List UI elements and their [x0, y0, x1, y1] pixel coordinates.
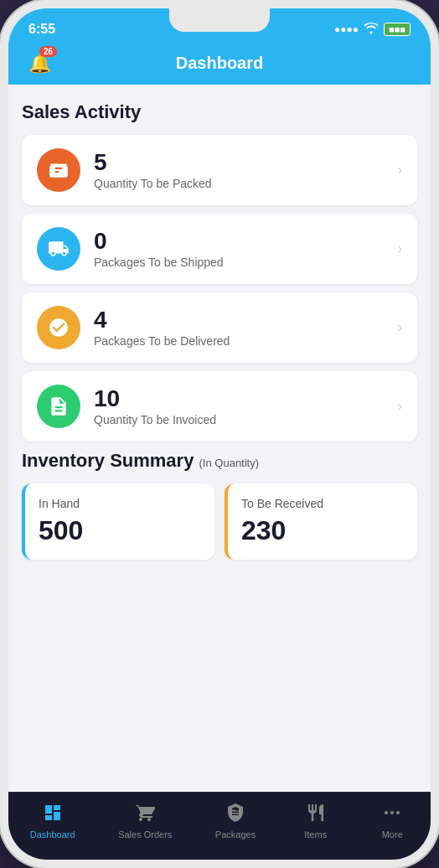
- notification-icon-container: 🔔 26: [25, 49, 54, 78]
- packed-chevron-icon: ›: [398, 163, 402, 178]
- nav-packages-label: Packages: [215, 829, 256, 840]
- status-time: 6:55: [28, 22, 55, 37]
- sales-activity-title: Sales Activity: [22, 101, 417, 123]
- shipped-number: 0: [94, 229, 398, 255]
- nav-items-label: Items: [304, 829, 327, 840]
- notification-button[interactable]: 🔔 26: [25, 49, 54, 78]
- nav-more[interactable]: More: [367, 799, 417, 843]
- in-hand-label: In Hand: [39, 497, 201, 510]
- shipped-label: Packages To be Shipped: [94, 256, 398, 269]
- header-title: Dashboard: [176, 54, 263, 73]
- shipped-text: 0 Packages To be Shipped: [94, 229, 398, 270]
- packed-label: Quantity To be Packed: [94, 177, 398, 190]
- notification-badge: 26: [39, 46, 57, 57]
- inventory-subtitle: (In Quantity): [199, 457, 260, 469]
- to-be-received-label: To Be Received: [241, 497, 404, 510]
- svg-point-1: [390, 811, 394, 814]
- nav-dashboard[interactable]: Dashboard: [22, 799, 84, 843]
- invoiced-chevron-icon: ›: [398, 399, 402, 414]
- to-be-received-card[interactable]: To Be Received 230: [225, 483, 417, 560]
- packed-card[interactable]: 5 Quantity To be Packed ›: [22, 135, 417, 205]
- app-header: 🔔 26 Dashboard: [8, 45, 431, 85]
- invoiced-number: 10: [94, 386, 398, 412]
- delivered-chevron-icon: ›: [398, 320, 402, 335]
- svg-point-2: [396, 811, 400, 814]
- svg-point-0: [385, 811, 388, 814]
- in-hand-value: 500: [39, 515, 201, 546]
- notch: [169, 8, 270, 32]
- packages-icon: [225, 803, 245, 826]
- nav-dashboard-label: Dashboard: [30, 829, 75, 840]
- shipped-card[interactable]: 0 Packages To be Shipped ›: [22, 214, 417, 284]
- to-be-received-value: 230: [241, 515, 404, 546]
- delivered-text: 4 Packages To be Delivered: [94, 307, 398, 349]
- phone-inner: 6:55 ●●●● ■■■ 🔔 26 Dashboard: [8, 8, 431, 860]
- delivered-card[interactable]: 4 Packages To be Delivered ›: [22, 292, 417, 363]
- shipped-chevron-icon: ›: [398, 241, 402, 256]
- delivered-icon: [37, 306, 80, 349]
- signal-icon: ●●●●: [334, 23, 359, 35]
- sales-orders-icon: [135, 803, 155, 826]
- wifi-icon: [364, 23, 379, 37]
- dashboard-icon: [43, 803, 63, 826]
- bottom-nav: Dashboard Sales Orders Packages: [8, 792, 431, 860]
- packed-text: 5 Quantity To be Packed: [94, 150, 398, 191]
- packed-icon: [37, 148, 80, 192]
- inventory-row: In Hand 500 To Be Received 230: [22, 483, 417, 560]
- invoiced-icon: [37, 385, 80, 428]
- battery-icon: ■■■: [384, 23, 411, 36]
- invoiced-text: 10 Quantity To be Invoiced: [94, 386, 398, 427]
- invoiced-card[interactable]: 10 Quantity To be Invoiced ›: [22, 371, 417, 442]
- main-content: Sales Activity 5 Quantity To be Packed ›: [8, 85, 431, 792]
- delivered-label: Packages To be Delivered: [94, 334, 398, 348]
- more-icon: [382, 803, 402, 826]
- sales-activity-section: Sales Activity 5 Quantity To be Packed ›: [22, 101, 417, 442]
- inventory-section: Inventory Summary (In Quantity) In Hand …: [22, 450, 417, 560]
- shipped-icon: [37, 227, 80, 271]
- nav-items[interactable]: Items: [291, 799, 341, 843]
- nav-sales-orders-label: Sales Orders: [118, 829, 172, 840]
- in-hand-card[interactable]: In Hand 500: [22, 483, 214, 560]
- status-icons: ●●●● ■■■: [334, 23, 411, 37]
- nav-packages[interactable]: Packages: [207, 799, 264, 843]
- nav-more-label: More: [382, 829, 403, 840]
- delivered-number: 4: [94, 307, 398, 333]
- packed-number: 5: [94, 150, 398, 176]
- invoiced-label: Quantity To be Invoiced: [94, 413, 398, 426]
- phone-shell: 6:55 ●●●● ■■■ 🔔 26 Dashboard: [0, 0, 439, 868]
- items-icon: [306, 803, 326, 826]
- nav-sales-orders[interactable]: Sales Orders: [110, 799, 180, 843]
- inventory-title: Inventory Summary (In Quantity): [22, 450, 417, 472]
